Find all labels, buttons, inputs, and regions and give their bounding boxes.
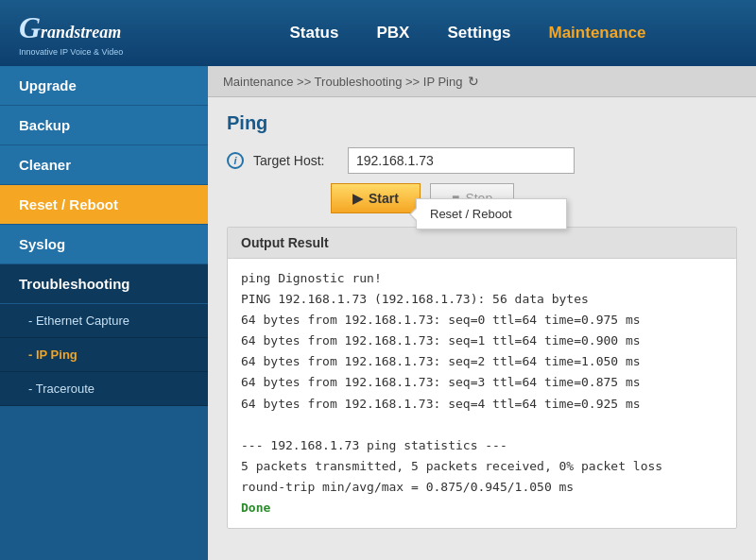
output-line-8: --- 192.168.1.73 ping statistics ---	[241, 435, 723, 456]
output-done: Done	[241, 498, 723, 518]
refresh-icon[interactable]: ↻	[468, 74, 479, 89]
output-line-2: 64 bytes from 192.168.1.73: seq=0 ttl=64…	[241, 310, 723, 331]
output-line-3: 64 bytes from 192.168.1.73: seq=1 ttl=64…	[241, 331, 723, 351]
sidebar-item-reset-reboot[interactable]: Reset / Reboot	[0, 185, 208, 225]
top-navigation: Grandstream Innovative IP Voice & Video …	[0, 0, 756, 66]
output-body: ping Dignostic run! PING 192.168.1.73 (1…	[228, 259, 736, 528]
output-line-7	[241, 415, 723, 435]
play-icon: ▶	[352, 191, 363, 206]
output-section: Output Result ping Dignostic run! PING 1…	[227, 227, 737, 529]
content-area: Maintenance >> Troubleshooting >> IP Pin…	[208, 66, 756, 560]
tooltip-popup: Reset / Reboot	[416, 198, 567, 229]
output-line-4: 64 bytes from 192.168.1.73: seq=2 ttl=64…	[241, 351, 723, 372]
nav-links: Status PBX Settings Maintenance	[198, 24, 737, 42]
sidebar-item-syslog[interactable]: Syslog	[0, 225, 208, 264]
nav-pbx[interactable]: PBX	[376, 24, 409, 42]
sidebar: Upgrade Backup Cleaner Reset / Reboot Sy…	[0, 66, 208, 560]
nav-settings[interactable]: Settings	[447, 24, 510, 42]
output-line-1: PING 192.168.1.73 (192.168.1.73): 56 dat…	[241, 289, 723, 310]
output-header: Output Result	[228, 228, 736, 259]
sidebar-sub-ip-ping[interactable]: - IP Ping	[0, 338, 208, 372]
content-body: Ping i Target Host: ▶ Start ■ Stop Outpu…	[208, 97, 756, 560]
tooltip-text: Reset / Reboot	[430, 207, 512, 221]
output-line-0: ping Dignostic run!	[241, 268, 723, 289]
nav-maintenance[interactable]: Maintenance	[549, 24, 646, 42]
output-line-10: round-trip min/avg/max = 0.875/0.945/1.0…	[241, 477, 723, 498]
page-title: Ping	[227, 112, 737, 134]
logo-tagline: Innovative IP Voice & Video	[19, 47, 123, 57]
main-layout: Upgrade Backup Cleaner Reset / Reboot Sy…	[0, 66, 756, 560]
sidebar-item-troubleshooting[interactable]: Troubleshooting	[0, 264, 208, 304]
breadcrumb: Maintenance >> Troubleshooting >> IP Pin…	[208, 66, 756, 97]
logo-brand: Grandstream	[19, 19, 121, 42]
sidebar-item-cleaner[interactable]: Cleaner	[0, 145, 208, 185]
start-label: Start	[369, 191, 399, 206]
output-line-6: 64 bytes from 192.168.1.73: seq=4 ttl=64…	[241, 394, 723, 415]
target-host-row: i Target Host:	[227, 147, 737, 174]
target-host-input[interactable]	[348, 147, 575, 174]
output-line-9: 5 packets transmitted, 5 packets receive…	[241, 456, 723, 477]
start-button[interactable]: ▶ Start	[331, 183, 421, 213]
nav-status[interactable]: Status	[290, 24, 339, 42]
sidebar-item-backup[interactable]: Backup	[0, 106, 208, 145]
target-host-label: Target Host:	[253, 153, 338, 168]
output-line-5: 64 bytes from 192.168.1.73: seq=3 ttl=64…	[241, 372, 723, 393]
sidebar-sub-traceroute[interactable]: - Traceroute	[0, 372, 208, 406]
breadcrumb-text: Maintenance >> Troubleshooting >> IP Pin…	[223, 75, 462, 89]
info-icon: i	[227, 152, 244, 169]
sidebar-item-upgrade[interactable]: Upgrade	[0, 66, 208, 106]
sidebar-sub-ethernet-capture[interactable]: - Ethernet Capture	[0, 304, 208, 338]
logo-area: Grandstream Innovative IP Voice & Video	[19, 10, 198, 57]
